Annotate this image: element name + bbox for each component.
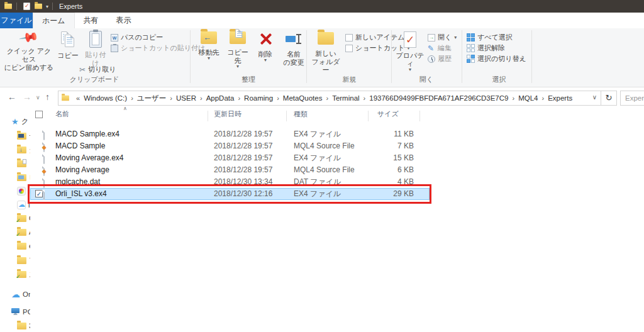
- table-row[interactable]: Moving Average 2018/12/28 19:57 MQL4 Sou…: [30, 164, 430, 176]
- crumb-separator-icon[interactable]: ›: [235, 94, 243, 102]
- sidebar-item-photos[interactable]: i: [17, 187, 30, 196]
- crumb-overflow-icon[interactable]: «: [74, 94, 82, 102]
- table-row[interactable]: mqlcache.dat 2018/12/30 13:34 DAT ファイル 4…: [30, 176, 430, 188]
- photos-app-icon: [17, 187, 26, 196]
- paste-icon: [89, 31, 102, 48]
- breadcrumb-item[interactable]: MetaQuotes: [282, 94, 324, 102]
- properties-button[interactable]: プロパティ ▾: [395, 30, 425, 72]
- file-date: 2018/12/28 19:57: [214, 164, 272, 176]
- breadcrumb[interactable]: « Windows (C:) › ユーザー › USER › AppData ›…: [58, 91, 601, 106]
- table-row[interactable]: Moving Average.ex4 2018/12/28 19:57 EX4 …: [30, 152, 430, 164]
- qat-new-folder-icon[interactable]: [35, 4, 42, 9]
- breadcrumb-item[interactable]: Windows (C:): [82, 94, 128, 102]
- file-name: mqlcache.dat: [55, 176, 100, 188]
- column-header-date[interactable]: 更新日時: [214, 109, 242, 123]
- sidebar-item-folder[interactable]: フ: [17, 256, 30, 265]
- sidebar-item-icloud[interactable]: i: [17, 201, 30, 209]
- breadcrumb-item[interactable]: USER: [175, 94, 197, 102]
- history-dropdown-icon[interactable]: ∨: [36, 94, 40, 101]
- table-row[interactable]: MACD Sample 2018/12/28 19:57 MQL4 Source…: [30, 140, 430, 152]
- copy-button[interactable]: コピー: [55, 30, 80, 60]
- crumb-separator-icon[interactable]: ›: [128, 94, 136, 102]
- crumb-separator-icon[interactable]: ›: [361, 94, 369, 102]
- tab-share[interactable]: 共有: [75, 13, 108, 28]
- column-header-type[interactable]: 種類: [294, 109, 308, 123]
- crumb-separator-icon[interactable]: ›: [167, 94, 175, 102]
- group-divider: [306, 30, 307, 83]
- sidebar-item-folder[interactable]: ✓A: [17, 228, 30, 236]
- qat-properties-icon[interactable]: [23, 3, 30, 10]
- back-button[interactable]: ←: [8, 92, 16, 102]
- table-row[interactable]: MACD Sample.ex4 2018/12/28 19:57 EX4 ファイ…: [30, 128, 430, 140]
- breadcrumb-item[interactable]: 193766D9499FBFDFA671AF296CD3E7C9: [368, 94, 509, 102]
- copy-to-button[interactable]: コピー先 ▾: [224, 30, 252, 69]
- column-divider[interactable]: [208, 111, 208, 121]
- sidebar-item-pc[interactable]: PC: [11, 308, 30, 316]
- breadcrumb-item[interactable]: ユーザー: [136, 94, 168, 103]
- sidebar-item-folder[interactable]: ✓C: [17, 214, 30, 222]
- column-divider[interactable]: [286, 111, 287, 121]
- open-button[interactable]: 開く ▾: [428, 33, 457, 42]
- sidebar-item-desktop[interactable]: デ: [17, 131, 30, 141]
- tab-home[interactable]: ホーム: [33, 13, 75, 28]
- folder-icon: [17, 243, 26, 250]
- move-to-button[interactable]: ← 移動先 ▾: [195, 30, 223, 60]
- file-size: 4 KB: [357, 176, 414, 188]
- copy-path-button[interactable]: W パスのコピー: [111, 33, 163, 42]
- sidebar-item-folder[interactable]: ✓ス: [17, 270, 30, 279]
- copy-to-label: コピー先: [224, 48, 252, 65]
- copy-path-label: パスのコピー: [121, 33, 163, 42]
- crumb-separator-icon[interactable]: ›: [323, 94, 331, 102]
- sidebar-item-quick-access[interactable]: ★ク: [11, 117, 28, 126]
- cut-icon: ✂: [79, 65, 86, 74]
- file-name: Orli_ISL v3.ex4: [55, 188, 107, 200]
- pin-to-quick-access-button[interactable]: 📌 クイック アクセス にピン留めする: [4, 30, 54, 72]
- table-row-selected[interactable]: ✓ Orli_ISL v3.ex4 2018/12/30 12:16 EX4 フ…: [30, 188, 430, 200]
- sidebar-item-pictures[interactable]: ピ: [17, 173, 30, 182]
- rename-button[interactable]: 名前 の変更: [279, 30, 308, 67]
- crumb-separator-icon[interactable]: ›: [274, 94, 282, 102]
- sidebar-item-documents[interactable]: ド: [17, 159, 30, 169]
- file-date: 2018/12/28 19:57: [214, 140, 272, 152]
- file-list: ∧ 名前 更新日時 種類 サイズ MACD Sample.ex4 2018/12…: [30, 108, 644, 332]
- file-size: 29 KB: [357, 188, 414, 200]
- new-folder-button[interactable]: 新しい フォルダー: [310, 30, 341, 74]
- cut-button[interactable]: ✂ 切り取り: [79, 65, 116, 74]
- crumb-separator-icon[interactable]: ›: [539, 94, 547, 102]
- deselect-button[interactable]: 選択解除: [467, 43, 505, 53]
- pc-icon: [11, 308, 20, 316]
- crumb-separator-icon[interactable]: ›: [509, 94, 517, 102]
- column-divider[interactable]: [419, 111, 420, 121]
- sidebar-item-folder[interactable]: 3: [17, 322, 30, 329]
- select-all-checkbox[interactable]: [35, 111, 43, 118]
- sidebar-item-folder[interactable]: e: [17, 242, 30, 250]
- breadcrumb-item[interactable]: Experts: [547, 94, 574, 102]
- edit-button[interactable]: 編集: [428, 43, 452, 53]
- ex4-file-icon: [43, 130, 45, 140]
- sidebar-item-onedrive[interactable]: ☁On: [11, 289, 30, 299]
- invert-selection-button[interactable]: 選択の切り替え: [467, 54, 526, 64]
- address-dropdown-icon[interactable]: ∨: [590, 94, 597, 101]
- sidebar-item-downloads[interactable]: ↓ダ: [17, 145, 30, 155]
- paste-shortcut-button[interactable]: ショートカットの貼り付け: [111, 43, 205, 53]
- search-input[interactable]: Experts: [620, 91, 644, 106]
- tab-view[interactable]: 表示: [108, 13, 140, 28]
- breadcrumb-item[interactable]: Terminal: [331, 94, 360, 102]
- breadcrumb-item[interactable]: AppData: [205, 94, 236, 102]
- refresh-button[interactable]: ↻: [601, 91, 617, 106]
- column-header-name[interactable]: 名前: [55, 109, 69, 123]
- crumb-separator-icon[interactable]: ›: [197, 94, 205, 102]
- column-header-size[interactable]: サイズ: [377, 109, 399, 123]
- up-button[interactable]: ↑: [45, 92, 50, 102]
- breadcrumb-item[interactable]: MQL4: [517, 94, 539, 102]
- move-to-icon: ←: [201, 31, 217, 44]
- history-button[interactable]: 履歴: [428, 54, 452, 64]
- column-divider[interactable]: [368, 111, 369, 121]
- paste-button[interactable]: 貼り付け: [82, 30, 109, 67]
- select-all-button[interactable]: すべて選択: [467, 33, 513, 42]
- delete-button[interactable]: 削除 ▾: [253, 30, 278, 62]
- breadcrumb-item[interactable]: Roaming: [243, 94, 274, 102]
- forward-button[interactable]: →: [23, 92, 31, 102]
- qat-dropdown-icon[interactable]: ▾: [46, 4, 48, 9]
- tab-file[interactable]: ファイル: [0, 13, 33, 28]
